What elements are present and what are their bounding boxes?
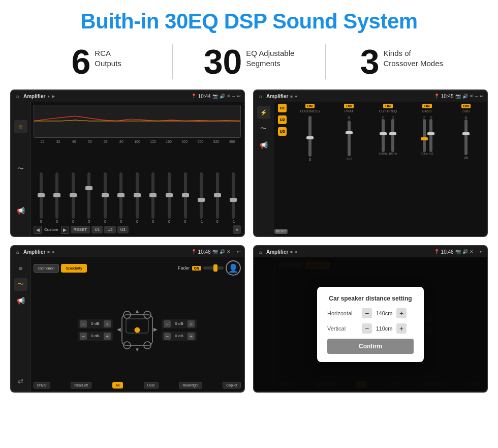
eq-icon[interactable]: ≡ — [14, 120, 27, 133]
rearright-btn[interactable]: RearRight — [179, 382, 202, 389]
slider-10: -1 — [194, 172, 209, 223]
slider-thumb-7[interactable] — [149, 193, 157, 197]
dot-icon-4: ● — [295, 250, 297, 254]
stat-number-3: 3 — [360, 44, 380, 79]
vol-minus-fl[interactable]: − — [80, 320, 87, 327]
vertical-plus[interactable]: + — [396, 323, 407, 334]
vol-ctrl-fr: − 0 dB + — [162, 319, 197, 328]
u3-btn[interactable]: U3 — [117, 226, 129, 233]
next-btn[interactable]: ▶ — [61, 226, 69, 234]
all-btn[interactable]: All — [112, 382, 123, 389]
fader-on-badge[interactable]: ON — [192, 266, 202, 271]
slider-thumb-0[interactable] — [38, 193, 45, 197]
slider-thumb-9[interactable] — [182, 193, 189, 197]
sub-slider[interactable] — [462, 132, 470, 135]
eq-icon-3[interactable]: ≡ — [14, 261, 27, 275]
specialty-tab[interactable]: Specialty — [61, 264, 86, 273]
vertical-stepper: − 110cm + — [362, 323, 407, 334]
dots-icon-2: ■ — [290, 94, 293, 99]
vol-plus-fl[interactable]: + — [104, 320, 111, 327]
horizontal-plus[interactable]: + — [396, 308, 407, 318]
driver-btn[interactable]: Driver — [34, 382, 50, 389]
u1-btn-cross[interactable]: U1 — [278, 104, 286, 112]
on-badge-bass[interactable]: ON — [422, 104, 432, 108]
camera-icon-3: 📷 — [212, 249, 218, 254]
phat-slider[interactable] — [346, 131, 353, 134]
slider-thumb-3[interactable] — [85, 186, 92, 190]
dot-icon-2: ● — [295, 94, 297, 99]
vertical-minus[interactable]: − — [362, 323, 372, 334]
speaker-icon-2[interactable]: 📢 — [257, 138, 270, 152]
loudness-slider[interactable] — [306, 136, 314, 139]
user-btn[interactable]: User — [144, 382, 159, 389]
prev-btn[interactable]: ◀ — [34, 226, 42, 234]
amp-col-cutfreq: ON CUT FREQ F 100Hz G — [369, 104, 407, 234]
arrows-icon-3[interactable]: ⇄ — [14, 374, 27, 387]
u2-btn-cross[interactable]: U2 — [278, 115, 286, 124]
wave-icon[interactable]: 〜 — [14, 162, 27, 175]
back-icon-4[interactable]: ↩ — [480, 249, 484, 254]
u2-btn[interactable]: U2 — [104, 226, 115, 233]
screen2-topbar: ⌂ Amplifier ■ ● 📍 10:45 📷 🔊 ✕ ─ ↩ — [254, 91, 487, 102]
fader-slider[interactable] — [203, 266, 224, 270]
bass-slider-g[interactable] — [427, 132, 434, 135]
vol-minus-rr[interactable]: − — [164, 333, 171, 340]
home-icon-2[interactable]: ⌂ — [257, 93, 264, 100]
back-icon-1[interactable]: ↩ — [237, 94, 241, 99]
vol-ctrl-rr: − 0 dB + — [162, 332, 197, 341]
wave-icon-2[interactable]: 〜 — [257, 122, 270, 135]
reset-btn[interactable]: RESET — [71, 226, 90, 233]
home-icon-1[interactable]: ⌂ — [14, 93, 21, 100]
rearleft-btn[interactable]: RearLeft — [71, 382, 91, 389]
horizontal-minus[interactable]: − — [362, 308, 372, 318]
on-badge-loudness[interactable]: ON — [305, 104, 315, 108]
slider-thumb-10[interactable] — [198, 198, 205, 202]
on-badge-sub[interactable]: ON — [461, 104, 471, 108]
home-icon-4[interactable]: ⌂ — [257, 248, 264, 255]
back-icon-3[interactable]: ↩ — [237, 249, 241, 254]
preset-custom: Custom — [44, 227, 58, 232]
slider-thumb-1[interactable] — [53, 193, 60, 197]
u1-btn[interactable]: U1 — [91, 226, 103, 233]
avatar-icon[interactable]: 👤 — [226, 260, 241, 276]
vol-plus-rl[interactable]: + — [104, 333, 111, 340]
confirm-button[interactable]: Confirm — [327, 339, 414, 354]
back-icon-2[interactable]: ↩ — [480, 94, 484, 99]
vol-plus-fr[interactable]: + — [188, 320, 195, 327]
slider-thumb-12[interactable] — [230, 198, 237, 202]
bass-slider-f[interactable] — [421, 137, 428, 140]
wave-icon-3[interactable]: 〜 — [14, 278, 27, 291]
slider-thumb-11[interactable] — [214, 193, 221, 197]
amp-col-bass: ON BASS F 90Hz G — [408, 104, 446, 234]
fader-thumb[interactable] — [213, 264, 217, 272]
slider-thumb-8[interactable] — [166, 193, 173, 197]
reset-btn-cross[interactable]: RESET — [274, 229, 288, 234]
on-badge-cutfreq[interactable]: ON — [383, 104, 393, 108]
volume-icon-1: 🔊 — [220, 94, 225, 99]
stats-row: 6 RCAOutputs 30 EQ AdjustableSegments 3 … — [0, 39, 498, 86]
arrows-icon[interactable]: » — [233, 225, 241, 234]
home-icon-3[interactable]: ⌂ — [14, 248, 21, 255]
u3-btn-cross[interactable]: U3 — [278, 127, 286, 136]
vol-minus-rl[interactable]: − — [80, 333, 87, 340]
on-badge-phat[interactable]: ON — [344, 104, 354, 108]
pin-icon-4: 📍 — [434, 249, 440, 254]
slider-thumb-2[interactable] — [70, 193, 77, 197]
time-2: 10:45 — [441, 94, 454, 99]
eq-sliders: 0 0 0 5 0 — [34, 145, 241, 223]
slider-thumb-5[interactable] — [117, 193, 124, 197]
speaker-icon-3[interactable]: 📢 — [14, 294, 27, 307]
eq-icon-2[interactable]: ⚡ — [257, 106, 270, 119]
speaker-icon-1[interactable]: 📢 — [14, 204, 27, 218]
side-icons-1: ≡ 〜 📢 — [11, 102, 30, 236]
slider-thumb-6[interactable] — [134, 193, 141, 197]
copilot-btn[interactable]: Copilot — [223, 382, 241, 389]
cutfreq-slider-f[interactable] — [380, 132, 387, 135]
close-icon-1: ✕ — [227, 94, 231, 99]
cutfreq-slider-g[interactable] — [389, 132, 396, 135]
vol-minus-fr[interactable]: − — [164, 320, 171, 327]
vol-plus-rr[interactable]: + — [188, 333, 195, 340]
slider-5: 0 — [114, 172, 129, 223]
common-tab[interactable]: Common — [34, 264, 59, 273]
slider-thumb-4[interactable] — [102, 193, 109, 197]
